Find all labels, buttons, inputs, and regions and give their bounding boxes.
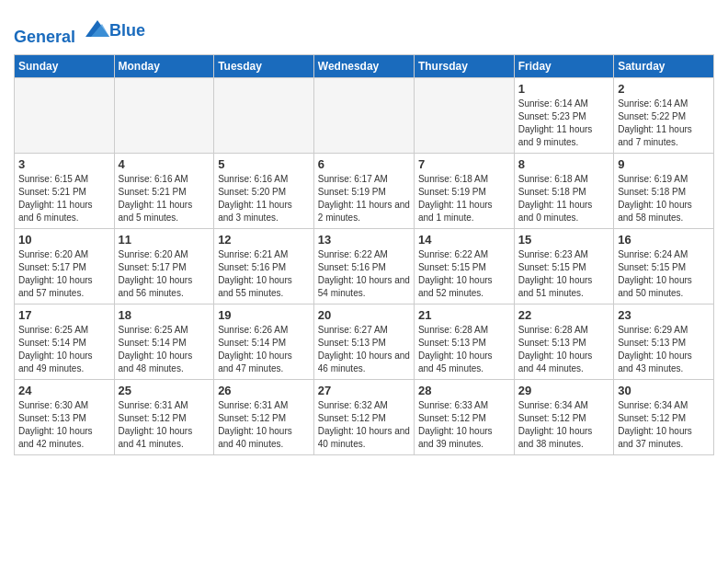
- calendar-cell: 17Sunrise: 6:25 AM Sunset: 5:14 PM Dayli…: [15, 304, 115, 379]
- day-number: 10: [18, 233, 110, 247]
- day-info: Sunrise: 6:21 AM Sunset: 5:16 PM Dayligh…: [218, 248, 310, 300]
- day-info: Sunrise: 6:23 AM Sunset: 5:15 PM Dayligh…: [518, 248, 609, 300]
- calendar-cell: [214, 77, 314, 153]
- logo-blue: Blue: [109, 22, 145, 40]
- day-info: Sunrise: 6:25 AM Sunset: 5:14 PM Dayligh…: [119, 324, 210, 375]
- logo-icon: [84, 15, 111, 42]
- day-number: 25: [119, 384, 210, 397]
- day-number: 15: [518, 233, 609, 247]
- day-number: 12: [218, 233, 310, 247]
- calendar-cell: 26Sunrise: 6:31 AM Sunset: 5:12 PM Dayli…: [214, 379, 314, 454]
- calendar-cell: 2Sunrise: 6:14 AM Sunset: 5:22 PM Daylig…: [614, 77, 714, 153]
- day-number: 3: [18, 157, 110, 171]
- calendar-table: SundayMondayTuesdayWednesdayThursdayFrid…: [14, 54, 714, 455]
- day-number: 19: [218, 308, 310, 322]
- weekday-header-row: SundayMondayTuesdayWednesdayThursdayFrid…: [15, 54, 714, 77]
- calendar-cell: [414, 77, 514, 153]
- weekday-friday: Friday: [514, 54, 613, 77]
- day-number: 21: [418, 308, 510, 322]
- day-info: Sunrise: 6:25 AM Sunset: 5:14 PM Dayligh…: [18, 324, 110, 375]
- weekday-monday: Monday: [114, 54, 214, 77]
- calendar-cell: [15, 77, 115, 153]
- calendar-cell: 9Sunrise: 6:19 AM Sunset: 5:18 PM Daylig…: [614, 153, 714, 228]
- calendar-cell: 15Sunrise: 6:23 AM Sunset: 5:15 PM Dayli…: [514, 228, 613, 304]
- day-info: Sunrise: 6:20 AM Sunset: 5:17 PM Dayligh…: [119, 248, 210, 300]
- day-info: Sunrise: 6:14 AM Sunset: 5:22 PM Dayligh…: [618, 98, 710, 149]
- calendar-cell: 25Sunrise: 6:31 AM Sunset: 5:12 PM Dayli…: [114, 379, 214, 454]
- weekday-tuesday: Tuesday: [214, 54, 314, 77]
- calendar-cell: 28Sunrise: 6:33 AM Sunset: 5:12 PM Dayli…: [414, 379, 514, 454]
- week-row-2: 3Sunrise: 6:15 AM Sunset: 5:21 PM Daylig…: [15, 153, 714, 228]
- weekday-thursday: Thursday: [414, 54, 514, 77]
- calendar-cell: 7Sunrise: 6:18 AM Sunset: 5:19 PM Daylig…: [414, 153, 514, 228]
- weekday-sunday: Sunday: [15, 54, 115, 77]
- day-info: Sunrise: 6:28 AM Sunset: 5:13 PM Dayligh…: [418, 324, 510, 375]
- calendar-cell: 30Sunrise: 6:34 AM Sunset: 5:12 PM Dayli…: [614, 379, 714, 454]
- day-info: Sunrise: 6:29 AM Sunset: 5:13 PM Dayligh…: [618, 324, 710, 375]
- day-info: Sunrise: 6:26 AM Sunset: 5:14 PM Dayligh…: [218, 324, 310, 375]
- day-number: 11: [119, 233, 210, 247]
- calendar-cell: 11Sunrise: 6:20 AM Sunset: 5:17 PM Dayli…: [114, 228, 214, 304]
- calendar-cell: 14Sunrise: 6:22 AM Sunset: 5:15 PM Dayli…: [414, 228, 514, 304]
- week-row-4: 17Sunrise: 6:25 AM Sunset: 5:14 PM Dayli…: [15, 304, 714, 379]
- calendar-cell: 24Sunrise: 6:30 AM Sunset: 5:13 PM Dayli…: [15, 379, 115, 454]
- day-number: 18: [119, 308, 210, 322]
- day-number: 27: [318, 384, 410, 397]
- day-info: Sunrise: 6:32 AM Sunset: 5:12 PM Dayligh…: [318, 399, 410, 451]
- day-info: Sunrise: 6:31 AM Sunset: 5:12 PM Dayligh…: [119, 399, 210, 451]
- day-info: Sunrise: 6:28 AM Sunset: 5:13 PM Dayligh…: [518, 324, 609, 375]
- logo: General Blue: [14, 15, 145, 47]
- calendar-cell: 6Sunrise: 6:17 AM Sunset: 5:19 PM Daylig…: [313, 153, 414, 228]
- day-number: 4: [119, 157, 210, 171]
- day-number: 23: [618, 308, 710, 322]
- day-number: 9: [618, 157, 710, 171]
- page: General Blue SundayMondayTuesdayWednesda…: [0, 0, 728, 469]
- day-info: Sunrise: 6:31 AM Sunset: 5:12 PM Dayligh…: [218, 399, 310, 451]
- day-info: Sunrise: 6:22 AM Sunset: 5:15 PM Dayligh…: [418, 248, 510, 300]
- day-number: 16: [618, 233, 710, 247]
- calendar-cell: 21Sunrise: 6:28 AM Sunset: 5:13 PM Dayli…: [414, 304, 514, 379]
- calendar-cell: [114, 77, 214, 153]
- day-number: 1: [518, 82, 609, 96]
- day-number: 17: [18, 308, 110, 322]
- logo-text: General: [14, 15, 111, 47]
- calendar-cell: 29Sunrise: 6:34 AM Sunset: 5:12 PM Dayli…: [514, 379, 613, 454]
- calendar-cell: [313, 77, 414, 153]
- day-number: 2: [618, 82, 710, 96]
- calendar-cell: 18Sunrise: 6:25 AM Sunset: 5:14 PM Dayli…: [114, 304, 214, 379]
- calendar-cell: 23Sunrise: 6:29 AM Sunset: 5:13 PM Dayli…: [614, 304, 714, 379]
- day-info: Sunrise: 6:19 AM Sunset: 5:18 PM Dayligh…: [618, 173, 710, 224]
- week-row-3: 10Sunrise: 6:20 AM Sunset: 5:17 PM Dayli…: [15, 228, 714, 304]
- calendar-cell: 19Sunrise: 6:26 AM Sunset: 5:14 PM Dayli…: [214, 304, 314, 379]
- weekday-wednesday: Wednesday: [313, 54, 414, 77]
- calendar-cell: 16Sunrise: 6:24 AM Sunset: 5:15 PM Dayli…: [614, 228, 714, 304]
- calendar-cell: 5Sunrise: 6:16 AM Sunset: 5:20 PM Daylig…: [214, 153, 314, 228]
- day-number: 13: [318, 233, 410, 247]
- day-info: Sunrise: 6:14 AM Sunset: 5:23 PM Dayligh…: [518, 98, 609, 149]
- day-info: Sunrise: 6:34 AM Sunset: 5:12 PM Dayligh…: [618, 399, 710, 451]
- day-info: Sunrise: 6:16 AM Sunset: 5:21 PM Dayligh…: [119, 173, 210, 224]
- calendar-cell: 4Sunrise: 6:16 AM Sunset: 5:21 PM Daylig…: [114, 153, 214, 228]
- day-info: Sunrise: 6:33 AM Sunset: 5:12 PM Dayligh…: [418, 399, 510, 451]
- day-number: 30: [618, 384, 710, 397]
- day-number: 28: [418, 384, 510, 397]
- calendar-cell: 10Sunrise: 6:20 AM Sunset: 5:17 PM Dayli…: [15, 228, 115, 304]
- week-row-5: 24Sunrise: 6:30 AM Sunset: 5:13 PM Dayli…: [15, 379, 714, 454]
- day-number: 7: [418, 157, 510, 171]
- logo-general: General: [14, 28, 75, 46]
- day-info: Sunrise: 6:24 AM Sunset: 5:15 PM Dayligh…: [618, 248, 710, 300]
- day-number: 20: [318, 308, 410, 322]
- day-info: Sunrise: 6:18 AM Sunset: 5:19 PM Dayligh…: [418, 173, 510, 224]
- calendar-cell: 22Sunrise: 6:28 AM Sunset: 5:13 PM Dayli…: [514, 304, 613, 379]
- day-info: Sunrise: 6:17 AM Sunset: 5:19 PM Dayligh…: [318, 173, 410, 224]
- day-number: 24: [18, 384, 110, 397]
- calendar-cell: 8Sunrise: 6:18 AM Sunset: 5:18 PM Daylig…: [514, 153, 613, 228]
- week-row-1: 1Sunrise: 6:14 AM Sunset: 5:23 PM Daylig…: [15, 77, 714, 153]
- calendar-cell: 27Sunrise: 6:32 AM Sunset: 5:12 PM Dayli…: [313, 379, 414, 454]
- calendar-cell: 3Sunrise: 6:15 AM Sunset: 5:21 PM Daylig…: [15, 153, 115, 228]
- day-info: Sunrise: 6:27 AM Sunset: 5:13 PM Dayligh…: [318, 324, 410, 375]
- day-number: 8: [518, 157, 609, 171]
- calendar-cell: 13Sunrise: 6:22 AM Sunset: 5:16 PM Dayli…: [313, 228, 414, 304]
- day-number: 29: [518, 384, 609, 397]
- calendar-cell: 20Sunrise: 6:27 AM Sunset: 5:13 PM Dayli…: [313, 304, 414, 379]
